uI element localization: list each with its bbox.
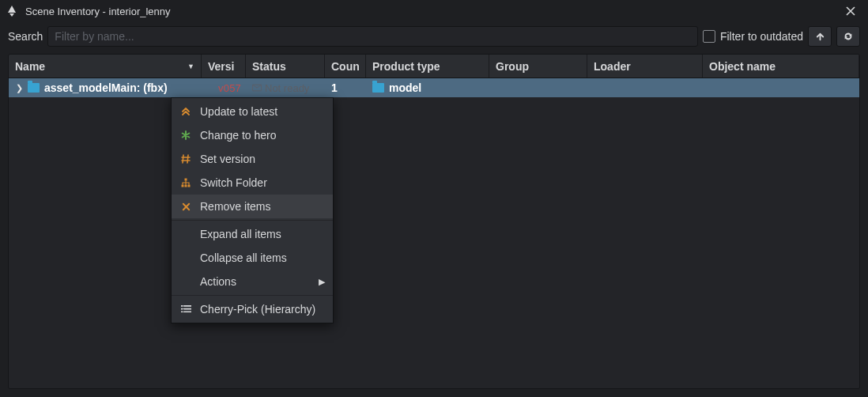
column-header-group[interactable]: Group (489, 55, 587, 78)
submenu-arrow-icon: ▶ (319, 277, 325, 287)
menu-item-actions[interactable]: Actions▶ (172, 270, 333, 293)
menu-item-update-to-latest[interactable]: Update to latest (172, 100, 333, 123)
menu-item-label: Update to latest (200, 105, 325, 118)
expand-toggle-icon[interactable]: ❯ (15, 83, 23, 93)
column-header-status[interactable]: Status (246, 55, 325, 78)
menu-item-remove-items[interactable]: Remove items (172, 195, 333, 218)
window-title: Scene Inventory - interior_lenny (25, 6, 838, 17)
search-label: Search (8, 30, 43, 43)
menu-item-label: Switch Folder (200, 176, 325, 189)
folder-icon (372, 83, 384, 93)
filter-outdated-checkbox[interactable]: Filter to outdated (703, 30, 803, 43)
table-header: Name ▼ Versi Status Coun Product type Gr… (9, 55, 859, 78)
menu-item-label: Collapse all items (200, 251, 325, 264)
asterisk-icon (179, 130, 192, 140)
sort-indicator-icon: ▼ (187, 62, 194, 70)
context-menu: Update to latestChange to heroSet versio… (171, 97, 334, 323)
menu-item-set-version[interactable]: Set version (172, 147, 333, 171)
svg-rect-4 (188, 185, 191, 187)
menu-item-label: Change to hero (200, 129, 325, 142)
column-header-loader[interactable]: Loader (587, 55, 703, 78)
menu-separator (172, 220, 333, 221)
svg-rect-2 (182, 185, 184, 187)
row-product-type: model (389, 81, 421, 94)
upload-button[interactable] (808, 26, 832, 47)
sitemap-icon (179, 178, 192, 187)
table-row[interactable]: ❯ asset_modelMain: (fbx) v057 Not ready … (9, 78, 859, 97)
row-name: asset_modelMain: (fbx) (44, 81, 168, 94)
svg-rect-3 (185, 185, 187, 187)
menu-item-label: Remove items (200, 200, 325, 213)
column-header-version[interactable]: Versi (202, 55, 246, 78)
svg-rect-1 (185, 179, 187, 181)
title-bar: Scene Inventory - interior_lenny (0, 0, 868, 22)
column-header-object-name[interactable]: Object name (703, 55, 859, 78)
column-header-name[interactable]: Name ▼ (9, 55, 202, 78)
search-toolbar: Search Filter to outdated (0, 22, 868, 51)
app-logo-icon (5, 4, 19, 18)
menu-separator (172, 295, 333, 296)
menu-item-label: Expand all items (200, 228, 325, 240)
menu-item-label: Cherry-Pick (Hierarchy) (200, 303, 325, 316)
row-object-name (703, 78, 859, 97)
menu-item-label: Actions (200, 275, 311, 288)
close-button[interactable] (838, 0, 863, 22)
menu-item-change-to-hero[interactable]: Change to hero (172, 123, 333, 147)
hash-icon (179, 154, 192, 164)
column-header-product-type[interactable]: Product type (366, 55, 489, 78)
menu-item-cherry-pick-hierarchy[interactable]: Cherry-Pick (Hierarchy) (172, 297, 333, 321)
search-input[interactable] (47, 26, 698, 47)
filter-outdated-label: Filter to outdated (720, 30, 803, 43)
menu-item-expand-all-items[interactable]: Expand all items (172, 222, 333, 246)
menu-item-collapse-all-items[interactable]: Collapse all items (172, 246, 333, 270)
row-status: Not ready (252, 82, 309, 94)
row-group (489, 78, 587, 97)
row-version: v057 (213, 82, 241, 94)
column-header-count[interactable]: Coun (325, 55, 366, 78)
folder-icon (28, 83, 40, 93)
row-loader (587, 78, 703, 97)
mail-icon (252, 84, 262, 92)
table-body: ❯ asset_modelMain: (fbx) v057 Not ready … (9, 78, 859, 388)
inventory-table: Name ▼ Versi Status Coun Product type Gr… (8, 54, 860, 389)
refresh-button[interactable] (836, 26, 860, 47)
menu-item-switch-folder[interactable]: Switch Folder (172, 171, 333, 195)
menu-item-label: Set version (200, 153, 325, 165)
checkbox-icon (703, 30, 715, 43)
x-icon (179, 202, 192, 211)
row-count: 1 (331, 81, 338, 94)
list-icon (179, 305, 192, 314)
double-chevron-up-icon (179, 107, 192, 116)
